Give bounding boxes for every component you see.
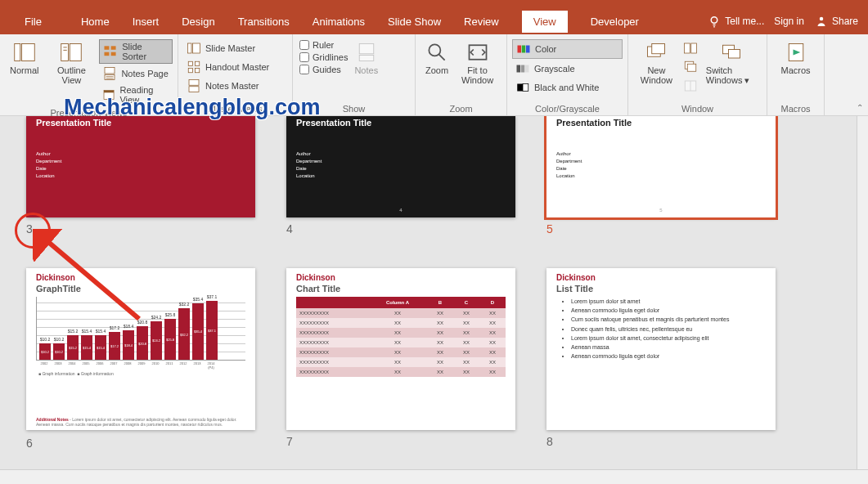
svg-rect-24 — [189, 80, 199, 86]
tab-slide-show[interactable]: Slide Show — [388, 16, 441, 28]
svg-rect-35 — [521, 65, 525, 73]
ruler-checkbox[interactable]: Ruler — [298, 39, 349, 51]
vertical-scrollbar[interactable] — [857, 116, 868, 469]
tell-me[interactable]: Tell me... — [707, 14, 764, 29]
tab-home[interactable]: Home — [81, 16, 110, 28]
cascade-button[interactable] — [680, 58, 701, 76]
notes-icon — [355, 41, 378, 64]
outline-view-icon — [60, 41, 83, 64]
menu-tab-strip: File Home Insert Design Transitions Anim… — [0, 8, 868, 34]
chart-table: Column ABCDXXXXXXXXXXXXXXXXXXXXXXXXXXXXX… — [296, 297, 506, 377]
fit-window-icon — [466, 41, 489, 64]
horizontal-scrollbar[interactable] — [0, 469, 868, 484]
slide-sorter-icon — [103, 44, 118, 59]
gridlines-checkbox[interactable]: Gridlines — [298, 52, 349, 63]
guides-label: Guides — [313, 65, 341, 74]
bw-label: Black and White — [534, 83, 599, 92]
svg-rect-17 — [104, 91, 114, 93]
reading-view-button[interactable]: Reading View — [99, 83, 173, 106]
share-button[interactable]: Share — [814, 14, 858, 29]
group-color-grayscale: Color Grayscale Black and White Color/Gr… — [507, 34, 628, 115]
svg-rect-27 — [359, 56, 374, 61]
svg-rect-25 — [189, 87, 199, 92]
handout-master-button[interactable]: Handout Master — [183, 58, 287, 76]
slide-master-button[interactable]: Slide Master — [183, 39, 287, 57]
grayscale-icon — [515, 61, 530, 76]
gridlines-check-input[interactable] — [299, 52, 309, 62]
notes-button[interactable]: Notes — [349, 38, 383, 78]
file-tab[interactable]: File — [16, 12, 50, 31]
slide4-meta: AuthorDepartmentDateLocation — [286, 128, 515, 180]
move-split-button[interactable] — [680, 77, 701, 95]
slide-number-6: 6 — [26, 437, 33, 450]
zoom-icon — [425, 41, 448, 64]
outline-view-button[interactable]: Outline View — [43, 38, 99, 106]
macros-button[interactable]: Macros — [772, 38, 819, 78]
tab-developer[interactable]: Developer — [591, 16, 639, 28]
svg-rect-2 — [14, 44, 20, 61]
outline-view-label: Outline View — [48, 65, 94, 85]
black-white-button[interactable]: Black and White — [512, 78, 623, 96]
tab-insert[interactable]: Insert — [133, 16, 160, 28]
color-icon — [516, 42, 531, 56]
slide-number-3: 3 — [26, 222, 33, 235]
zoom-button[interactable]: Zoom — [421, 38, 453, 88]
svg-point-0 — [712, 17, 718, 24]
slide5-title: Presentation Title — [546, 116, 776, 128]
svg-rect-33 — [526, 46, 530, 53]
guides-checkbox[interactable]: Guides — [298, 64, 349, 75]
bar-chart: $10.2$10.2$10.2$10.2$15.2$15.2$15.4$15.4… — [36, 297, 245, 361]
switch-windows-button[interactable]: Switch Windows ▾ — [701, 38, 762, 95]
slide-thumb-5[interactable]: Presentation Title AuthorDepartmentDateL… — [546, 116, 776, 217]
switch-windows-icon — [720, 41, 743, 64]
svg-point-1 — [820, 17, 824, 21]
notes-label: Notes — [354, 65, 378, 75]
slide4-pagenum: 4 — [399, 208, 402, 213]
tab-review[interactable]: Review — [464, 16, 499, 28]
tab-transitions[interactable]: Transitions — [238, 16, 290, 28]
new-window-button[interactable]: New Window — [633, 38, 680, 95]
slide7-brand: Dickinson — [286, 268, 515, 284]
svg-rect-10 — [105, 52, 110, 56]
tab-view[interactable]: View — [522, 11, 568, 33]
arrange-all-button[interactable] — [680, 39, 701, 57]
slide-sorter-button[interactable]: Slide Sorter — [99, 39, 173, 64]
svg-rect-37 — [517, 84, 523, 92]
slide-thumb-8[interactable]: Dickinson List Title Lorem ipsum dolor s… — [546, 268, 776, 430]
guides-check-input[interactable] — [299, 65, 309, 74]
slide-thumb-4[interactable]: Presentation Title AuthorDepartmentDateL… — [286, 116, 515, 217]
grayscale-button[interactable]: Grayscale — [512, 60, 623, 78]
color-button[interactable]: Color — [512, 39, 623, 59]
share-icon — [814, 14, 829, 29]
normal-view-button[interactable]: Normal — [5, 38, 43, 106]
ruler-check-input[interactable] — [299, 40, 309, 50]
svg-rect-30 — [469, 45, 486, 60]
slide-thumb-3[interactable]: Presentation Title AuthorDepartmentDateL… — [26, 116, 255, 217]
notes-page-icon — [102, 66, 117, 81]
svg-rect-36 — [525, 65, 529, 73]
normal-view-icon — [13, 41, 36, 64]
slide-master-label: Slide Master — [205, 43, 255, 53]
slide6-brand: Dickinson — [26, 268, 255, 284]
fit-window-button[interactable]: Fit to Window — [453, 38, 501, 88]
slide5-pagenum: 5 — [659, 208, 662, 213]
slide-sorter-label: Slide Sorter — [122, 42, 169, 61]
tab-animations[interactable]: Animations — [313, 16, 365, 28]
slide7-title: Chart Title — [286, 284, 515, 297]
new-window-label: New Window — [638, 65, 675, 85]
svg-rect-41 — [684, 43, 690, 53]
grayscale-label: Grayscale — [534, 64, 575, 74]
tab-design[interactable]: Design — [182, 16, 214, 28]
slide8-brand: Dickinson — [546, 268, 776, 284]
slide-sorter-pane[interactable]: Presentation Title AuthorDepartmentDateL… — [0, 116, 857, 469]
slide-thumb-6[interactable]: Dickinson GraphTitle $10.2$10.2$10.2$10.… — [26, 268, 255, 432]
group-label-window: Window — [633, 102, 762, 114]
notes-master-icon — [187, 78, 201, 93]
collapse-ribbon-button[interactable]: ⌃ — [857, 103, 863, 112]
slide-number-4: 4 — [286, 222, 293, 235]
slide-thumb-7[interactable]: Dickinson Chart Title Column ABCDXXXXXXX… — [286, 268, 515, 430]
notes-page-button[interactable]: Notes Page — [99, 65, 173, 83]
sign-in[interactable]: Sign in — [774, 16, 804, 27]
group-show: Ruler Gridlines Guides Notes Show — [293, 34, 416, 115]
notes-master-button[interactable]: Notes Master — [183, 77, 287, 95]
